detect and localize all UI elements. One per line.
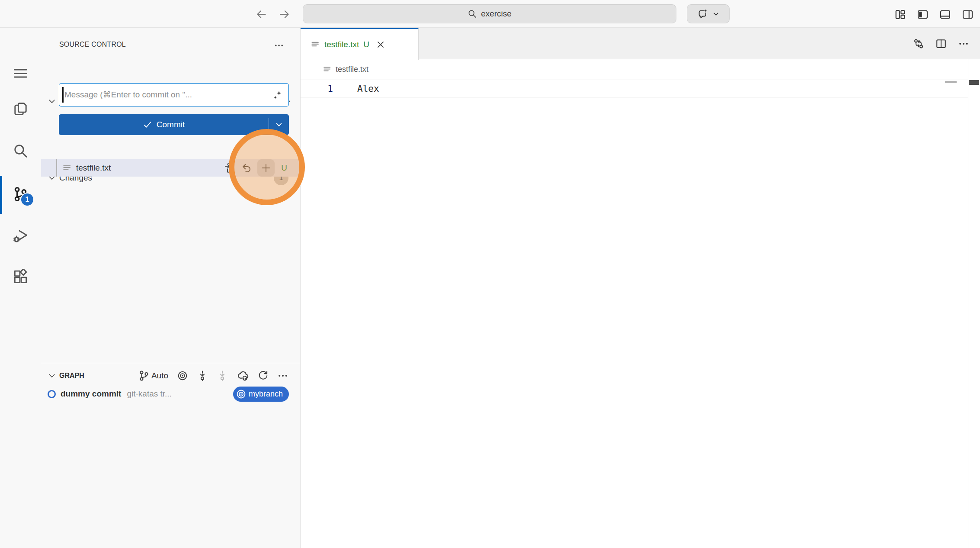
search-icon	[468, 9, 477, 19]
explorer-icon[interactable]	[13, 101, 29, 117]
branch-name: mybranch	[249, 390, 283, 399]
chevron-down-icon	[275, 120, 283, 129]
current-line[interactable]: 1 Alex	[301, 80, 968, 97]
toggle-primary-sidebar-icon[interactable]	[917, 9, 929, 20]
run-debug-icon[interactable]	[13, 228, 29, 244]
copilot-chat-button[interactable]	[687, 4, 730, 23]
search-view-icon[interactable]	[13, 143, 29, 159]
activity-bar: 1	[0, 28, 41, 548]
extensions-icon[interactable]	[13, 269, 29, 285]
text-file-icon	[62, 163, 72, 173]
source-control-sidebar: SOURCE CONTROL CHANGES Commit Changes 1	[41, 28, 301, 548]
active-view-indicator	[0, 176, 2, 214]
graph-commit-row[interactable]: dummy commit git-katas tr... mybranch	[41, 385, 301, 403]
editor-tab[interactable]: testfile.txt U	[301, 28, 419, 60]
commit-dropdown-button[interactable]	[269, 120, 289, 129]
sidebar-title: SOURCE CONTROL	[59, 41, 126, 48]
title-bar: exercise	[0, 0, 980, 28]
open-changes-icon[interactable]	[913, 38, 924, 49]
code-area[interactable]: 1 Alex	[301, 80, 968, 548]
open-file-icon[interactable]	[224, 162, 236, 174]
text-file-icon	[310, 39, 320, 50]
nav-back-button[interactable]	[255, 8, 267, 20]
commit-button[interactable]: Commit	[59, 114, 289, 135]
commit-author: git-katas tr...	[127, 389, 171, 399]
minimap-line-preview	[945, 81, 957, 83]
graph-auto-button[interactable]: Auto	[138, 370, 168, 381]
toggle-panel-icon[interactable]	[939, 9, 951, 20]
fetch-icon[interactable]	[197, 370, 208, 381]
minimap-border	[968, 59, 968, 548]
graph-section-label: GRAPH	[59, 372, 84, 380]
customize-layout-icon[interactable]	[894, 9, 906, 20]
close-tab-icon[interactable]	[375, 39, 386, 50]
line-number: 1	[301, 84, 333, 94]
breadcrumb: testfile.txt	[301, 59, 980, 80]
more-actions-icon[interactable]	[277, 370, 288, 381]
scrollbar-slider[interactable]	[969, 80, 979, 85]
command-center-search[interactable]: exercise	[303, 4, 676, 23]
graph-section-header[interactable]: GRAPH Auto	[47, 366, 295, 385]
chevron-down-icon	[47, 97, 57, 106]
menu-icon[interactable]	[13, 65, 29, 81]
publish-branch-icon[interactable]	[237, 370, 249, 382]
editor-group: testfile.txt U testfile.txt 1 Alex	[301, 28, 980, 548]
plus-icon	[260, 162, 272, 174]
pull-icon[interactable]	[217, 370, 228, 381]
scm-badge: 1	[20, 193, 34, 206]
file-status-letter: U	[280, 163, 288, 173]
branch-ref-badge[interactable]: mybranch	[233, 387, 289, 402]
refresh-icon[interactable]	[257, 370, 269, 381]
goto-current-ref-icon[interactable]	[177, 370, 188, 381]
line-text: Alex	[357, 84, 379, 94]
target-icon	[236, 389, 247, 400]
split-editor-icon[interactable]	[935, 38, 947, 49]
text-file-icon	[322, 64, 332, 74]
commit-button-label: Commit	[157, 120, 185, 129]
nav-forward-button[interactable]	[279, 8, 291, 20]
graph-auto-label: Auto	[151, 371, 168, 380]
discard-changes-icon[interactable]	[241, 162, 252, 174]
chevron-down-icon	[47, 371, 57, 380]
tab-file-status: U	[363, 40, 369, 49]
check-icon	[143, 120, 152, 129]
sparkle-icon[interactable]	[272, 90, 283, 100]
changed-file-row[interactable]: testfile.txt U	[41, 159, 301, 177]
view-more-actions-icon[interactable]	[274, 40, 284, 51]
chevron-down-icon	[712, 10, 720, 18]
copilot-chat-icon	[697, 9, 708, 19]
commit-message-box	[59, 83, 289, 106]
section-divider[interactable]	[41, 363, 301, 363]
commit-message-input[interactable]	[64, 90, 272, 100]
breadcrumb-file-name[interactable]: testfile.txt	[336, 65, 368, 74]
stage-changes-button[interactable]	[257, 159, 275, 177]
text-cursor	[62, 87, 64, 103]
branch-icon	[138, 370, 150, 381]
commit-node-icon	[48, 390, 56, 398]
toggle-secondary-sidebar-icon[interactable]	[962, 9, 974, 20]
more-actions-icon[interactable]	[958, 38, 969, 49]
tree-indent-guide	[56, 159, 57, 177]
changed-file-name: testfile.txt	[76, 163, 111, 173]
tab-file-name: testfile.txt	[324, 40, 359, 49]
search-value: exercise	[481, 9, 512, 19]
commit-message: dummy commit	[61, 389, 121, 399]
